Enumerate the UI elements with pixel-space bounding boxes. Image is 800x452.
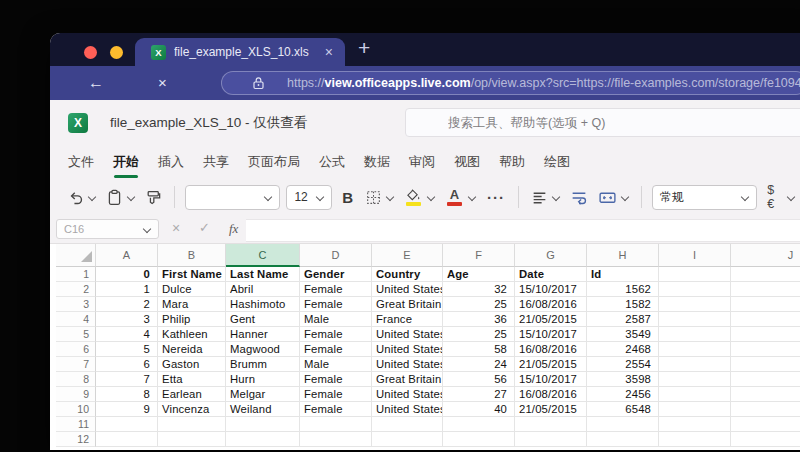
cell-G7[interactable]: 21/05/2015 — [515, 357, 587, 372]
cell-J4[interactable] — [731, 312, 800, 327]
column-header-A[interactable]: A — [96, 244, 158, 267]
cell-G4[interactable]: 21/05/2015 — [515, 312, 587, 327]
cell-C1[interactable]: Last Name — [226, 267, 300, 282]
row-header-9[interactable]: 9 — [56, 387, 96, 402]
row-header-12[interactable]: 12 — [56, 432, 96, 447]
cell-A3[interactable]: 2 — [96, 297, 158, 312]
cell-D9[interactable]: Female — [300, 387, 372, 402]
cell-I3[interactable] — [659, 297, 731, 312]
cell-J5[interactable] — [731, 327, 800, 342]
cell-J1[interactable] — [731, 267, 800, 282]
close-window-button[interactable] — [84, 46, 97, 59]
cell-F10[interactable]: 40 — [443, 402, 515, 417]
cell-B7[interactable]: Gaston — [158, 357, 226, 372]
bold-button[interactable]: B — [335, 189, 360, 206]
cell-C4[interactable]: Gent — [226, 312, 300, 327]
cell-J10[interactable] — [731, 402, 800, 417]
column-header-C[interactable]: C — [226, 244, 300, 267]
row-header-8[interactable]: 8 — [56, 372, 96, 387]
cell-F5[interactable]: 25 — [443, 327, 515, 342]
row-header-2[interactable]: 2 — [56, 282, 96, 297]
search-input[interactable] — [405, 108, 800, 137]
cell-E8[interactable]: Great Britain — [372, 372, 443, 387]
cell-I12[interactable] — [659, 432, 731, 447]
tab-close-icon[interactable]: × — [323, 45, 335, 59]
cell-B10[interactable]: Vincenza — [158, 402, 226, 417]
stop-button[interactable]: × — [158, 73, 167, 93]
cell-H6[interactable]: 2468 — [587, 342, 659, 357]
cell-D10[interactable]: Female — [300, 402, 372, 417]
menu-tab-home[interactable]: 开始 — [113, 153, 139, 171]
alignment-button[interactable] — [526, 189, 565, 206]
cell-I6[interactable] — [659, 342, 731, 357]
cell-F1[interactable]: Age — [443, 267, 515, 282]
cell-E4[interactable]: France — [372, 312, 443, 327]
cell-I5[interactable] — [659, 327, 731, 342]
cell-A4[interactable]: 3 — [96, 312, 158, 327]
insert-function-icon[interactable]: fx — [229, 221, 238, 237]
menu-tab-view[interactable]: 视图 — [454, 153, 480, 171]
cell-F7[interactable]: 24 — [443, 357, 515, 372]
cell-G6[interactable]: 16/08/2016 — [515, 342, 587, 357]
cell-F9[interactable]: 27 — [443, 387, 515, 402]
font-color-button[interactable]: A — [440, 189, 481, 206]
cell-H7[interactable]: 2554 — [587, 357, 659, 372]
cell-G10[interactable]: 21/05/2015 — [515, 402, 587, 417]
paste-button[interactable] — [101, 189, 140, 206]
formula-input[interactable] — [246, 219, 800, 242]
cell-D12[interactable] — [300, 432, 372, 447]
cell-E7[interactable]: United States — [372, 357, 443, 372]
cell-H1[interactable]: Id — [587, 267, 659, 282]
column-header-H[interactable]: H — [587, 244, 659, 267]
column-header-J[interactable]: J — [731, 244, 800, 267]
cell-D2[interactable]: Female — [300, 282, 372, 297]
cell-H8[interactable]: 3598 — [587, 372, 659, 387]
cell-A2[interactable]: 1 — [96, 282, 158, 297]
cell-G1[interactable]: Date — [515, 267, 587, 282]
number-format-select[interactable]: 常规 — [652, 185, 757, 210]
cell-H10[interactable]: 6548 — [587, 402, 659, 417]
browser-tab[interactable]: X file_example_XLS_10.xls × — [135, 38, 345, 66]
cell-A8[interactable]: 7 — [96, 372, 158, 387]
cell-D7[interactable]: Male — [300, 357, 372, 372]
cell-E9[interactable]: United States — [372, 387, 443, 402]
minimize-window-button[interactable] — [110, 46, 123, 59]
cell-J3[interactable] — [731, 297, 800, 312]
cell-G2[interactable]: 15/10/2017 — [515, 282, 587, 297]
cell-B2[interactable]: Dulce — [158, 282, 226, 297]
menu-tab-draw[interactable]: 绘图 — [544, 153, 570, 171]
cell-F12[interactable] — [443, 432, 515, 447]
column-header-G[interactable]: G — [515, 244, 587, 267]
column-header-I[interactable]: I — [659, 244, 731, 267]
new-tab-button[interactable]: + — [358, 36, 370, 60]
cell-A7[interactable]: 6 — [96, 357, 158, 372]
menu-tab-page-layout[interactable]: 页面布局 — [248, 153, 300, 171]
cell-B11[interactable] — [158, 417, 226, 432]
cell-E5[interactable]: United States — [372, 327, 443, 342]
wrap-text-button[interactable] — [565, 189, 593, 206]
font-name-select[interactable] — [185, 185, 280, 210]
cell-A6[interactable]: 5 — [96, 342, 158, 357]
cell-F11[interactable] — [443, 417, 515, 432]
cell-D6[interactable]: Female — [300, 342, 372, 357]
cell-B8[interactable]: Etta — [158, 372, 226, 387]
cell-I7[interactable] — [659, 357, 731, 372]
fill-color-button[interactable] — [399, 189, 440, 206]
row-header-1[interactable]: 1 — [56, 267, 96, 282]
cell-I4[interactable] — [659, 312, 731, 327]
undo-button[interactable] — [62, 189, 101, 206]
cell-C3[interactable]: Hashimoto — [226, 297, 300, 312]
cell-F4[interactable]: 36 — [443, 312, 515, 327]
cell-B9[interactable]: Earlean — [158, 387, 226, 402]
cell-E1[interactable]: Country — [372, 267, 443, 282]
cell-D4[interactable]: Male — [300, 312, 372, 327]
cell-J6[interactable] — [731, 342, 800, 357]
format-painter-button[interactable] — [140, 189, 167, 206]
address-bar[interactable]: https://view.officeapps.live.com/op/view… — [221, 71, 800, 95]
cell-F8[interactable]: 56 — [443, 372, 515, 387]
cell-C11[interactable] — [226, 417, 300, 432]
cell-G3[interactable]: 16/08/2016 — [515, 297, 587, 312]
cell-G11[interactable] — [515, 417, 587, 432]
currency-format-button[interactable]: $€ — [760, 183, 800, 211]
menu-tab-file[interactable]: 文件 — [68, 153, 94, 171]
